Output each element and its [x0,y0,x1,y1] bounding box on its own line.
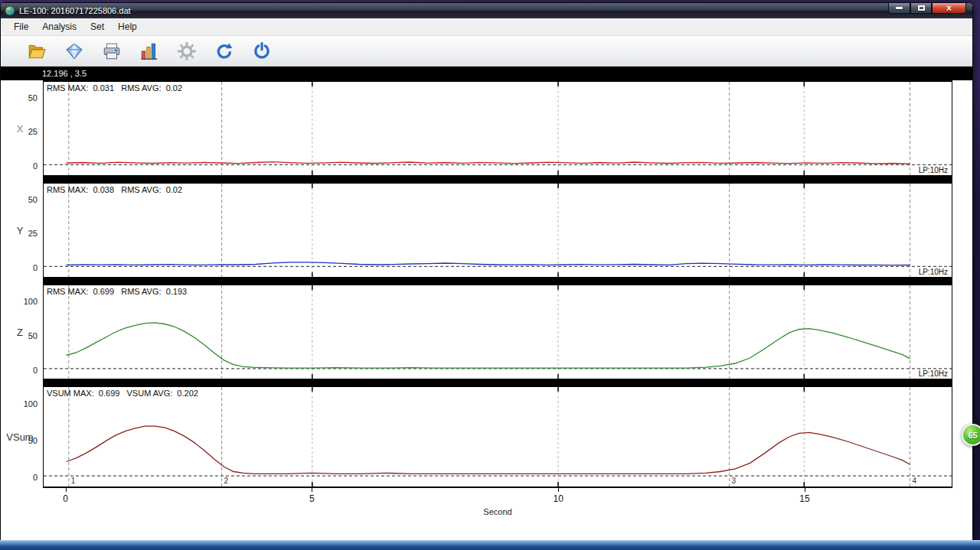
export-data-button[interactable] [61,39,87,63]
y-axis-tick-label: 25 [28,127,38,136]
channel-row-vsum: VSum 100500 1234 VSUM MAX: 0.699 VSUM AV… [1,386,972,488]
plot-vsum[interactable]: 1234 VSUM MAX: 0.699 VSUM AVG: 0.202 [43,386,952,488]
menu-bar: File Analysis Set Help [1,18,972,36]
channel-row-x: X 50250 RMS MAX: 0.031 RMS AVG: 0.02 LP:… [1,80,972,177]
maximize-button[interactable] [910,3,932,14]
x-axis-tick-label: 5 [309,493,315,504]
plot-x[interactable]: RMS MAX: 0.031 RMS AVG: 0.02 LP:10Hz [43,80,952,177]
rms-stats: RMS MAX: 0.038 RMS AVG: 0.02 [47,185,182,194]
maximize-icon [918,5,925,11]
app-icon [5,5,15,16]
y-axis-tick-label: 25 [28,229,38,238]
rms-stats: RMS MAX: 0.031 RMS AVG: 0.02 [47,83,182,93]
plot-separator [43,278,952,284]
power-button[interactable] [249,39,275,63]
y-axis-tick-label: 100 [24,399,38,408]
settings-button[interactable] [174,39,200,63]
taskbar[interactable] [0,540,980,550]
vsum-stats: VSUM MAX: 0.699 VSUM AVG: 0.202 [47,389,198,398]
gear-icon [177,41,197,61]
y-axis-tick-label: 50 [28,436,38,445]
svg-text:4: 4 [912,477,916,485]
x-axis-tick-label: 10 [553,493,563,504]
minimize-icon [896,7,903,9]
power-icon [252,41,272,61]
printer-icon [102,41,122,61]
print-button[interactable] [99,39,125,63]
svg-text:2: 2 [224,477,229,485]
badge-value: 65 [968,431,977,440]
x-axis: Second 051015 [43,488,952,525]
folder-open-icon [27,41,47,61]
lowpass-filter-label: LP:10Hz [919,369,948,378]
close-button[interactable]: × [932,3,966,14]
plot-client-area: 12.196 , 3.5 X 50250 RMS MAX: 0.031 RMS … [1,67,972,541]
x-axis-tick [66,488,67,492]
menu-help[interactable]: Help [111,19,144,34]
close-icon: × [946,4,952,13]
lowpass-filter-label: LP:10Hz [919,268,948,276]
y-axis-gutter: Y 50250 [1,182,43,278]
plot-canvas [44,285,952,379]
y-axis-tick-label: 50 [28,195,38,204]
lowpass-filter-label: LP:10Hz [919,166,948,174]
toolbar [1,36,972,67]
open-file-button[interactable] [24,39,50,63]
y-axis-tick-label: 0 [33,161,38,171]
y-axis-tick-label: 0 [33,263,38,272]
menu-set[interactable]: Set [83,19,111,34]
y-axis-tick-label: 50 [28,93,38,103]
diamond-icon [64,41,84,61]
y-axis-tick-label: 0 [33,366,38,375]
window-title: LE-100: 20160717225806.dat [19,6,131,15]
cursor-readout: 12.196 , 3.5 [1,67,972,80]
app-window: LE-100: 20160717225806.dat × File Analys… [0,2,973,540]
plot-z[interactable]: RMS MAX: 0.699 RMS AVG: 0.193 LP:10Hz [43,284,952,380]
x-axis-title: Second [43,507,952,516]
svg-text:3: 3 [732,477,737,485]
x-axis-tick [312,488,312,492]
rms-stats: RMS MAX: 0.699 RMS AVG: 0.193 [47,287,187,296]
plot-separator [43,380,952,386]
menu-analysis[interactable]: Analysis [35,19,83,34]
plot-canvas [44,184,952,277]
x-axis-tick-label: 15 [799,493,809,504]
channel-row-y: Y 50250 RMS MAX: 0.038 RMS AVG: 0.02 LP:… [1,182,972,278]
y-axis-gutter: VSum 100500 [1,386,43,488]
plot-canvas [44,82,952,175]
plot-y[interactable]: RMS MAX: 0.038 RMS AVG: 0.02 LP:10Hz [43,182,952,278]
x-axis-tick [558,488,559,492]
bar-chart-icon [139,41,159,61]
channel-row-z: Z 100500 RMS MAX: 0.699 RMS AVG: 0.193 L… [1,284,972,380]
y-axis-tick-label: 50 [28,331,38,340]
chart-view-button[interactable] [136,39,162,63]
menu-file[interactable]: File [7,19,35,34]
svg-text:1: 1 [71,477,76,485]
y-axis-gutter: Z 100500 [1,284,43,380]
y-axis-gutter: X 50250 [1,80,43,177]
y-axis-tick-label: 100 [24,297,38,306]
desktop-badge[interactable]: 65 [962,424,980,446]
x-axis-tick-label: 0 [63,493,68,504]
window-controls: × [888,3,966,14]
x-axis-tick [805,488,805,492]
minimize-button[interactable] [888,3,910,14]
plot-separator [43,177,952,182]
refresh-button[interactable] [211,39,237,63]
refresh-icon [214,41,234,61]
plot-canvas: 1234 [44,387,952,487]
y-axis-tick-label: 0 [33,473,38,482]
title-bar[interactable]: LE-100: 20160717225806.dat × [1,3,972,18]
